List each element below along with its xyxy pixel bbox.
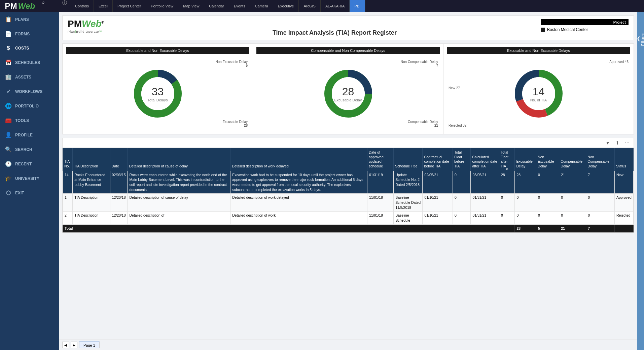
chart3-legend-approved: Approved 46	[609, 60, 629, 64]
top-nav-item-al-akaria[interactable]: AL-AKARIA	[321, 0, 350, 12]
cell-float-before: 0	[453, 212, 470, 224]
sidebar-item-plans[interactable]: 📋 PLANS	[0, 12, 59, 27]
sidebar-item-forms[interactable]: 📄 FORMS	[0, 27, 59, 41]
top-navigation: PM Web ⓘ ControlsExcelProject CenterPort…	[0, 0, 644, 12]
sidebar-item-recent[interactable]: 🕐 RECENT	[0, 157, 59, 171]
cell-non-excusable: 0	[536, 212, 559, 224]
cell-float-after: 0	[499, 194, 515, 212]
chart-panel-2: Compensable and Non-Compensable Delays 2…	[253, 44, 443, 134]
col-header-excusable: Excusable Delay	[515, 148, 536, 171]
cell-tia-desc: TIA Description	[73, 194, 110, 212]
report-header: PMWeb® Plan|Build|Operate™ Time Impact A…	[62, 15, 634, 40]
top-nav-item-pbi[interactable]: PBI	[350, 0, 365, 12]
nav-items: ⓘ ControlsExcelProject CenterPortfolio V…	[59, 0, 644, 12]
cell-non-compensable: 0	[586, 212, 615, 224]
top-nav-item-arcgis[interactable]: ArcGIS	[299, 0, 320, 12]
report-logo: PMWeb® Plan|Build|Operate™	[68, 19, 128, 33]
sidebar-item-portfolio[interactable]: 🌐 PORTFOLIO	[0, 99, 59, 113]
sidebar-label-recent: RECENT	[15, 162, 32, 166]
col-header-non-compensable: Non Compensable Delay	[586, 148, 615, 171]
university-icon: 🎓	[5, 175, 12, 182]
sidebar-item-profile[interactable]: 👤 PROFILE	[0, 128, 59, 142]
plans-icon: 📋	[5, 16, 12, 23]
sidebar-label-schedules: SCHEDULES	[15, 60, 40, 65]
sidebar-item-assets[interactable]: 🏢 ASSETS	[0, 70, 59, 84]
page-tab-1[interactable]: Page 1	[79, 342, 100, 348]
top-nav-item-portfolio-view[interactable]: Portfolio View	[146, 0, 178, 12]
sidebar-label-plans: PLANS	[15, 17, 29, 22]
chart3-label: No. of TIA	[530, 98, 547, 102]
sidebar-item-workflows[interactable]: ✓ WORKFLOWS	[0, 84, 59, 99]
top-nav-item-camera[interactable]: Camera	[250, 0, 273, 12]
portfolio-icon: 🌐	[5, 103, 12, 109]
cell-calc-after: 01/31/21	[471, 212, 499, 224]
chart1-value: 33	[148, 86, 168, 98]
chart-title-3: Excusable and Non-Excusable Delays	[447, 47, 630, 54]
sidebar-item-costs[interactable]: $ COSTS	[0, 41, 59, 55]
chart1-legend-non-excusable: Non Excusable Delay5	[215, 60, 248, 67]
cell-excusable: 0	[515, 194, 536, 212]
sidebar-item-search[interactable]: 🔍 SEARCH	[0, 142, 59, 157]
filters-label[interactable]: Filters	[641, 32, 644, 46]
export-button[interactable]: ⬆	[614, 139, 621, 146]
chart3-center: 14 No. of TIA	[530, 86, 547, 102]
report-area: PMWeb® Plan|Build|Operate™ Time Impact A…	[59, 12, 637, 340]
project-info: Project Boston Medical Center	[541, 19, 629, 33]
right-filter-panel[interactable]: ❮ Filters	[637, 12, 644, 350]
chart-panel-3: Excusable and Non-Excusable Delays	[443, 44, 634, 134]
next-page-button[interactable]: ▶	[71, 342, 77, 348]
sidebar-label-costs: COSTS	[15, 46, 29, 51]
search-icon: 🔍	[5, 146, 12, 153]
cell-approved-date: 11/01/18	[367, 194, 393, 212]
chart-container-3: 14 No. of TIA Approved 46 New 27 Rejecte…	[447, 57, 630, 131]
project-label: Project	[541, 19, 629, 25]
col-header-compensable: Compensable Delay	[559, 148, 586, 171]
profile-icon: 👤	[5, 132, 12, 138]
project-name: Boston Medical Center	[541, 27, 629, 33]
prev-page-button[interactable]: ◀	[62, 342, 69, 348]
top-nav-item-events[interactable]: Events	[229, 0, 250, 12]
table-row: 2 TIA Description 12/20/18 Detailed desc…	[63, 212, 634, 224]
info-icon[interactable]: ⓘ	[59, 0, 70, 12]
cell-work-desc: Excavation work had to be suspended for …	[230, 171, 367, 194]
more-button[interactable]: ⋯	[623, 139, 631, 146]
cell-compensable: 0	[559, 194, 586, 212]
cell-cause-desc: Detailed description of cause of delay	[128, 194, 230, 212]
top-nav-item-controls[interactable]: Controls	[70, 0, 94, 12]
svg-text:PM: PM	[5, 1, 17, 10]
total-label: Total	[63, 224, 515, 232]
cell-approved-date: 11/01/18	[367, 212, 393, 224]
pmweb-tagline: Plan|Build|Operate™	[68, 30, 128, 33]
top-nav-item-executive[interactable]: Executive	[273, 0, 299, 12]
cell-schedule-title: Baseline Schedule	[394, 212, 423, 224]
table-total-row: Total 28 5 21 7	[63, 224, 634, 232]
cell-compensable: 21	[559, 171, 586, 194]
sidebar-item-university[interactable]: 🎓 UNIVERSITY	[0, 171, 59, 186]
col-header-work-desc: Detailed description of work delayed	[230, 148, 367, 171]
sidebar-label-tools: TOOLS	[15, 118, 29, 123]
top-nav-item-map-view[interactable]: Map View	[178, 0, 204, 12]
chart2-legend-non-comp: Non Compensable Delay7	[401, 60, 438, 67]
collapse-panel-icon[interactable]: ❮	[637, 36, 641, 41]
col-header-cause-desc: Detailed description of cause of delay	[128, 148, 230, 171]
report-title-section: Time Impact Analysis (TIA) Report Regist…	[128, 19, 541, 36]
main-content: PMWeb® Plan|Build|Operate™ Time Impact A…	[59, 12, 637, 350]
exit-icon: ⬡	[5, 190, 12, 196]
sidebar-item-exit[interactable]: ⬡ EXIT	[0, 186, 59, 200]
tools-icon: 🧰	[5, 117, 12, 124]
sidebar-item-schedules[interactable]: 📅 SCHEDULES	[0, 55, 59, 70]
cell-contractual-date: 01/10/21	[423, 212, 453, 224]
top-nav-item-project-center[interactable]: Project Center	[113, 0, 146, 12]
cell-non-excusable: 0	[536, 171, 559, 194]
top-nav-item-calendar[interactable]: Calendar	[204, 0, 229, 12]
sidebar: 📋 PLANS 📄 FORMS $ COSTS 📅 SCHEDULES 🏢 AS…	[0, 12, 59, 350]
col-header-status: Status	[614, 148, 633, 171]
col-header-schedule-title: Schedule Title	[394, 148, 423, 171]
cell-work-desc: Detailed description of work	[230, 212, 367, 224]
sidebar-item-tools[interactable]: 🧰 TOOLS	[0, 113, 59, 128]
cell-tia-no: 14	[63, 171, 73, 194]
filter-button[interactable]: ▼	[604, 139, 611, 146]
chart3-value: 14	[530, 86, 547, 98]
chart-container-2: 28 Excusable Delay Non Compensable Delay…	[256, 57, 440, 131]
top-nav-item-excel[interactable]: Excel	[94, 0, 113, 12]
